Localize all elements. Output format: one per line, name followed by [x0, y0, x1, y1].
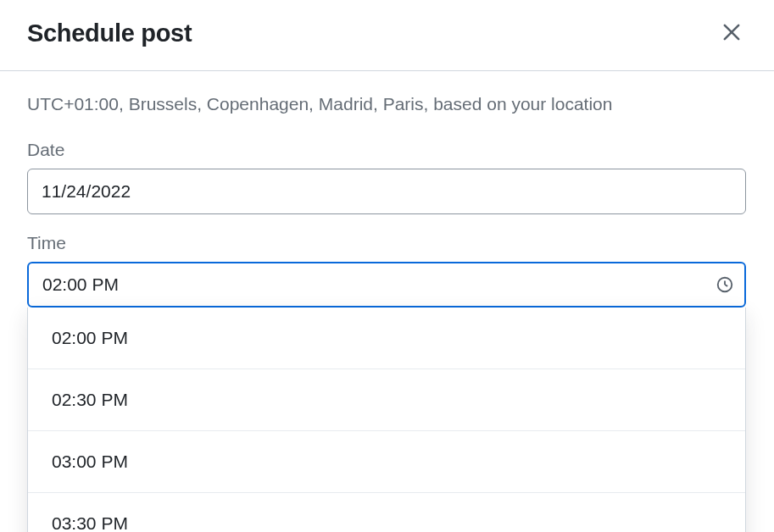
schedule-post-modal: Schedule post UTC+01:00, Brussels, Copen…	[0, 0, 774, 532]
time-input-wrapper: 02:00 PM 02:30 PM 03:00 PM 03:30 PM	[27, 262, 746, 308]
time-dropdown: 02:00 PM 02:30 PM 03:00 PM 03:30 PM	[27, 308, 746, 532]
date-input[interactable]	[27, 169, 746, 214]
time-field-group: Time 02:00 PM 02:30 PM 03:00 PM 03:30 PM	[27, 233, 747, 308]
time-input[interactable]	[27, 262, 746, 308]
modal-body: UTC+01:00, Brussels, Copenhagen, Madrid,…	[0, 71, 774, 346]
close-icon	[720, 20, 743, 47]
date-field-group: Date	[27, 140, 747, 214]
timezone-info: UTC+01:00, Brussels, Copenhagen, Madrid,…	[27, 91, 747, 116]
time-option[interactable]: 02:00 PM	[28, 308, 745, 369]
modal-header: Schedule post	[0, 0, 774, 71]
close-button[interactable]	[716, 17, 747, 50]
time-label: Time	[27, 233, 747, 253]
modal-title: Schedule post	[27, 19, 192, 47]
time-option[interactable]: 03:00 PM	[28, 431, 745, 493]
date-label: Date	[27, 140, 747, 160]
time-option[interactable]: 02:30 PM	[28, 369, 745, 431]
time-option[interactable]: 03:30 PM	[28, 493, 745, 532]
